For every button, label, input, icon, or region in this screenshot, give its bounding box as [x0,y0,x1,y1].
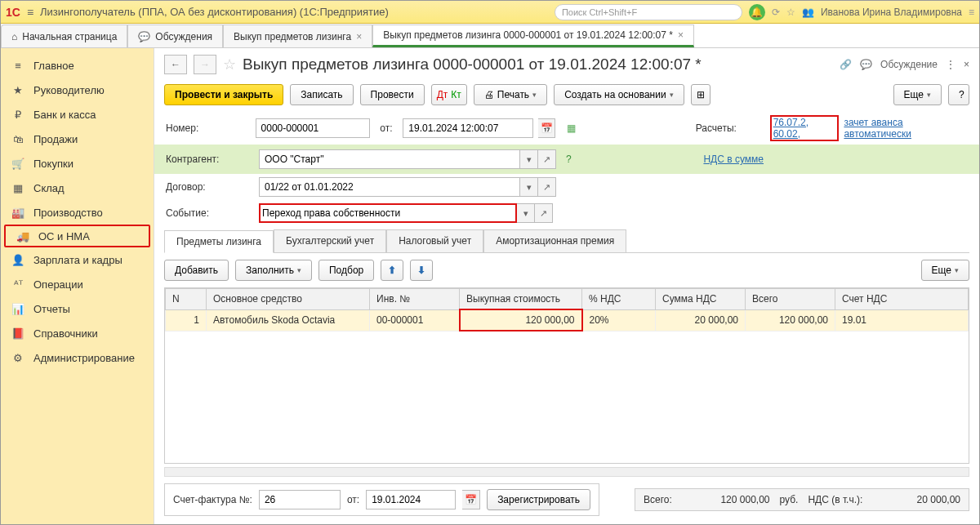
contractor-input[interactable] [259,149,520,169]
open-icon[interactable]: ↗ [535,203,553,223]
struct-button[interactable]: ⊞ [691,84,710,105]
post-button[interactable]: Провести [360,84,425,105]
dtkt-button[interactable]: ДтКт [431,84,467,105]
print-button[interactable]: 🖨 Печать ▾ [474,84,547,105]
tab-list[interactable]: Выкуп предметов лизинга × [223,24,372,47]
event-input[interactable] [259,203,517,223]
open-icon[interactable]: ↗ [538,177,556,197]
sidebar-item-label: Главное [33,60,74,72]
sf-number-input[interactable] [259,490,341,509]
number-input[interactable] [256,118,370,138]
sidebar-item-assets[interactable]: 🚚ОС и НМА [4,225,150,247]
calc-label: Расчеты: [696,122,737,134]
table-more-button[interactable]: Еще ▾ [921,260,969,281]
sidebar-item-salary[interactable]: 👤Зарплата и кадры [1,247,154,272]
row-event: Событие: ▾ ↗ [154,200,979,226]
cell-vatsum[interactable]: 20 000,00 [656,309,746,331]
menu-icon[interactable]: ≡ [27,6,33,19]
sidebar-item-admin[interactable]: ⚙Администрирование [1,345,154,370]
bell-icon[interactable]: 🔔 [749,4,765,20]
kebab-icon[interactable]: ⋮ [946,59,956,70]
cell-inv[interactable]: 00-000001 [370,309,460,331]
h-scrollbar[interactable] [164,467,969,477]
sidebar-item-sales[interactable]: 🛍Продажи [1,127,154,151]
fill-button[interactable]: Заполнить ▾ [235,260,312,281]
search-input[interactable]: Поиск Ctrl+Shift+F [555,4,742,20]
post-close-button[interactable]: Провести и закрыть [164,84,283,105]
vat-link[interactable]: НДС в сумме [703,153,764,165]
col-total[interactable]: Всего [746,289,835,310]
help-q-icon[interactable]: ? [566,153,572,165]
cell-asset[interactable]: Автомобиль Skoda Octavia [207,309,370,331]
sidebar-item-purchases[interactable]: 🛒Покупки [1,151,154,176]
history-icon[interactable]: ⟳ [772,7,780,18]
cell-vatp[interactable]: 20% [582,309,656,331]
register-button[interactable]: Зарегистрировать [487,489,590,510]
close-icon[interactable]: × [356,31,362,42]
sidebar-item-reference[interactable]: 📕Справочники [1,321,154,345]
sidebar-item-main[interactable]: ≡Главное [1,53,154,78]
nav-fwd-button[interactable]: → [194,55,216,74]
close-icon[interactable]: × [678,29,684,41]
grid-empty-space [165,331,969,454]
col-vatacc[interactable]: Счет НДС [835,289,969,310]
help-button[interactable]: ? [948,84,969,105]
itab-acc[interactable]: Бухгалтерский учет [274,229,386,252]
cell-cost[interactable]: 120 000,00 [460,309,582,331]
calc-link[interactable]: 76.07.2, 60.02, [773,117,808,140]
open-icon[interactable]: ↗ [538,149,556,169]
sidebar-item-production[interactable]: 🏭Производство [1,200,154,225]
contract-input[interactable] [259,177,520,197]
sidebar-item-manager[interactable]: ★Руководителю [1,78,154,102]
discuss-icon[interactable]: 💬 [860,59,872,70]
row-contractor: Контрагент: ▾ ↗ ? НДС в сумме [154,145,979,174]
sidebar-item-stock[interactable]: ▦Склад [1,176,154,200]
cell-vatacc[interactable]: 19.01 [835,309,969,331]
grid-wrap[interactable]: N Основное средство Инв. № Выкупная стои… [164,287,969,464]
dropdown-icon[interactable]: ▾ [517,203,535,223]
itab-tax[interactable]: Налоговый учет [386,229,483,252]
username[interactable]: Иванова Ирина Владимировна [821,7,962,18]
table-row[interactable]: 1 Автомобиль Skoda Octavia 00-000001 120… [166,309,969,331]
titlebar-icons: 🔔 ⟳ ☆ 👥 Иванова Ирина Владимировна ≡ [749,4,974,20]
pick-button[interactable]: Подбор [318,260,374,281]
star-icon[interactable]: ☆ [786,7,795,18]
dropdown-icon[interactable]: ▾ [520,177,538,197]
tab-document[interactable]: Выкуп предметов лизинга 0000-000001 от 1… [372,24,694,47]
save-button[interactable]: Записать [290,84,353,105]
collapse-icon[interactable]: ≡ [969,7,974,18]
tab-discussions[interactable]: 💬 Обсуждения [127,24,223,47]
calc-text-link[interactable]: зачет аванса автоматически [844,117,968,140]
more-button[interactable]: Еще ▾ [893,84,942,105]
nav-back-button[interactable]: ← [164,55,187,74]
date-input[interactable] [403,118,533,138]
sidebar-item-reports[interactable]: 📊Отчеты [1,296,154,321]
col-vatsum[interactable]: Сумма НДС [656,289,746,310]
cell-total[interactable]: 120 000,00 [746,309,835,331]
calendar-icon[interactable]: 📅 [538,118,555,138]
create-based-button[interactable]: Создать на основании ▾ [554,84,684,105]
col-vatp[interactable]: % НДС [582,289,656,310]
cell-n[interactable]: 1 [166,309,207,331]
discuss-label[interactable]: Обсуждение [880,59,938,70]
move-up-button[interactable]: ⬆ [381,260,403,281]
link-icon[interactable]: 🔗 [840,59,852,70]
col-n[interactable]: N [166,289,207,310]
tab-home[interactable]: ⌂ Начальная страница [1,24,127,47]
close-doc-icon[interactable]: × [964,59,969,70]
sf-date-input[interactable] [366,490,456,509]
sidebar-item-bank[interactable]: ₽Банк и касса [1,102,154,127]
itab-items[interactable]: Предметы лизинга [164,230,274,253]
col-asset[interactable]: Основное средство [207,289,370,310]
col-inv[interactable]: Инв. № [370,289,460,310]
add-button[interactable]: Добавить [164,260,229,281]
itab-amort[interactable]: Амортизационная премия [483,229,626,252]
calendar-icon[interactable]: 📅 [462,490,480,509]
dropdown-icon[interactable]: ▾ [520,149,538,169]
sidebar-item-operations[interactable]: ᴬᵀОперации [1,272,154,296]
move-down-button[interactable]: ⬇ [410,260,433,281]
favorite-star-icon[interactable]: ☆ [223,56,236,73]
users-icon[interactable]: 👥 [802,7,814,18]
col-cost[interactable]: Выкупная стоимость [460,289,582,310]
app-title: Лизингополучатель (ППА, ОА без дисконтир… [40,6,389,18]
